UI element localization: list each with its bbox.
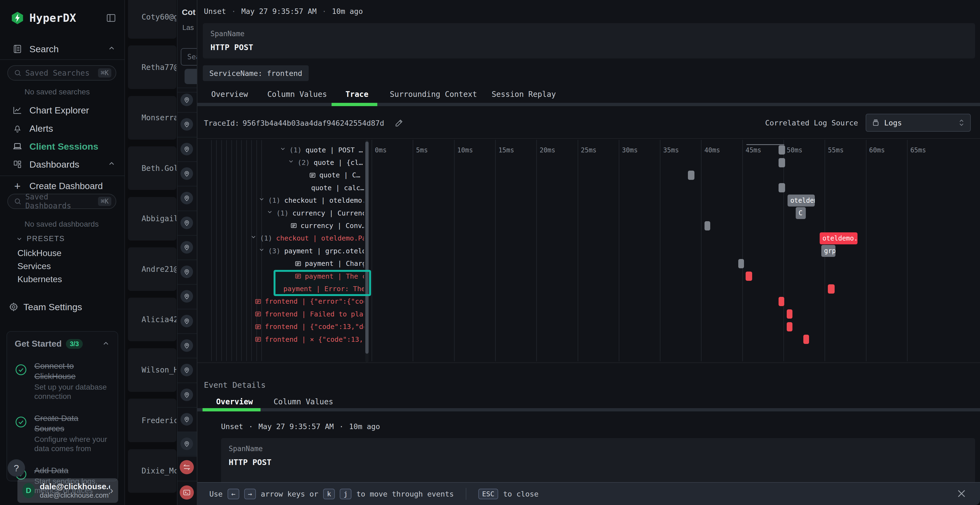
error-terminal-icon[interactable] — [180, 485, 194, 500]
span-duration-chip[interactable]: grp — [821, 245, 835, 257]
sidebar-item-dashboards[interactable]: Dashboards — [0, 156, 125, 173]
session-list-item[interactable]: Wilson_H — [128, 348, 177, 392]
tab-trace[interactable]: Trace — [345, 90, 368, 99]
trace-tree-row[interactable]: payment | Charge … — [203, 257, 364, 270]
presets-toggle[interactable]: PRESETS — [16, 235, 65, 243]
tree-scrollbar[interactable] — [365, 140, 369, 362]
sidebar-collapse-icon[interactable] — [106, 13, 116, 23]
session-list-item[interactable]: Abbigail — [128, 197, 177, 241]
session-list-item[interactable]: Frederic — [128, 399, 177, 442]
location-pin-icon[interactable] — [180, 143, 193, 156]
chevron-down-icon[interactable] — [280, 146, 286, 154]
span-duration-chip[interactable]: oteldemo. — [820, 232, 858, 245]
location-pin-icon[interactable] — [180, 167, 193, 180]
chevron-down-icon[interactable] — [258, 196, 265, 204]
location-pin-icon[interactable] — [180, 265, 193, 278]
tab-column-values[interactable]: Column Values — [267, 90, 327, 99]
arrow-right-key[interactable]: → — [244, 489, 256, 499]
events-search-input[interactable]: Sea — [181, 48, 197, 65]
sidebar-item-alerts[interactable]: Alerts — [0, 120, 125, 137]
esc-key[interactable]: ESC — [478, 489, 498, 499]
sidebar-item-chart-explorer[interactable]: Chart Explorer — [0, 102, 125, 119]
chevron-down-icon[interactable] — [267, 209, 273, 217]
span-duration-bar[interactable] — [688, 171, 694, 180]
tab-surrounding-context[interactable]: Surrounding Context — [390, 90, 477, 99]
k-key[interactable]: k — [323, 489, 335, 499]
trace-tree-row[interactable]: quote | C… — [203, 169, 364, 181]
span-duration-bar[interactable] — [828, 284, 834, 294]
location-pin-icon[interactable] — [180, 364, 193, 376]
get-started-item[interactable]: Connect to ClickHouseSet up your databas… — [15, 361, 110, 401]
span-duration-bar[interactable] — [778, 145, 785, 154]
session-list-item[interactable]: Monserra — [128, 96, 177, 140]
arrow-left-key[interactable]: ← — [228, 489, 239, 499]
tab-column-values[interactable]: Column Values — [274, 397, 333, 406]
trace-tree-row[interactable]: frontend | × {"code":13,"d… — [203, 333, 364, 346]
edit-pencil-icon[interactable] — [395, 118, 404, 128]
tab-overview[interactable]: Overview — [216, 397, 253, 406]
chevron-down-icon[interactable] — [250, 234, 257, 241]
location-pin-icon[interactable] — [180, 217, 193, 229]
span-duration-bar[interactable] — [787, 310, 792, 319]
location-pin-icon[interactable] — [180, 389, 193, 401]
trace-tree-row[interactable]: frontend | Failed to place… — [203, 308, 364, 320]
trace-tree-row[interactable]: frontend | {"code":13,"det… — [203, 321, 364, 333]
location-pin-icon[interactable] — [180, 315, 193, 327]
location-pin-icon[interactable] — [180, 118, 193, 130]
j-key[interactable]: j — [340, 489, 352, 499]
location-pin-icon[interactable] — [180, 438, 193, 450]
tab-session-replay[interactable]: Session Replay — [492, 90, 556, 99]
sidebar-item-search[interactable]: Search — [0, 40, 125, 58]
error-swap-icon[interactable] — [180, 460, 194, 474]
trace-tree-row[interactable]: (2)quote | {cl… — [203, 156, 364, 169]
avatar: D — [22, 483, 35, 498]
trace-tree-row[interactable]: (3)payment | grpc.oteld… — [203, 245, 364, 257]
sidebar-item-team-settings[interactable]: Team Settings — [0, 298, 125, 316]
session-list-item[interactable]: Retha77@ — [128, 45, 177, 89]
trace-tree-row[interactable]: quote | calc… — [203, 181, 364, 194]
session-list-item[interactable]: Beth.Gol — [128, 146, 177, 190]
span-duration-bar[interactable] — [778, 158, 785, 167]
events-filter-button[interactable] — [185, 69, 197, 84]
user-menu[interactable]: D dale@clickhouse.com dale@clickhouse.co… — [18, 478, 118, 503]
session-list-item[interactable]: Dixie_Mc — [128, 449, 177, 493]
trace-tree-row[interactable]: (1)checkout | oteldemo.Pa… — [203, 232, 364, 245]
tab-overview[interactable]: Overview — [211, 90, 248, 99]
saved-dashboards-input[interactable]: Saved Dashboards ⌘K — [7, 194, 116, 209]
location-pin-icon[interactable] — [180, 339, 193, 352]
trace-tree-row[interactable]: currency | Conv… — [203, 219, 364, 232]
span-duration-bar[interactable] — [803, 335, 809, 344]
location-pin-icon[interactable] — [180, 241, 193, 254]
chevron-down-icon[interactable] — [258, 246, 265, 254]
span-duration-bar[interactable] — [738, 259, 744, 268]
span-duration-bar[interactable] — [778, 297, 784, 306]
service-name-chip[interactable]: ServiceName: frontend — [203, 65, 309, 81]
location-pin-icon[interactable] — [180, 413, 193, 426]
get-started-item[interactable]: Create Data SourcesConfigure where your … — [15, 413, 110, 453]
session-list-item[interactable]: Andre21@ — [128, 247, 177, 291]
sidebar-item-client-sessions[interactable]: Client Sessions — [0, 138, 125, 155]
session-list-item[interactable]: Alicia42 — [128, 298, 177, 341]
span-duration-bar[interactable] — [787, 322, 792, 332]
help-button[interactable]: ? — [8, 459, 25, 477]
preset-kubernetes[interactable]: Kubernetes — [18, 274, 62, 284]
log-source-select[interactable]: Logs — [865, 114, 971, 132]
location-pin-icon[interactable] — [180, 94, 193, 106]
location-pin-icon[interactable] — [180, 192, 193, 204]
span-duration-bar[interactable] — [746, 272, 752, 281]
chevron-up-icon[interactable] — [102, 339, 110, 349]
span-duration-bar[interactable] — [705, 221, 710, 230]
chevron-down-icon[interactable] — [288, 158, 294, 166]
session-list-item[interactable]: Coty60@g — [128, 0, 177, 39]
span-duration-bar[interactable] — [778, 183, 785, 192]
close-icon[interactable] — [955, 487, 968, 500]
trace-tree-row[interactable]: (1)checkout | oteldemo.… — [203, 194, 364, 207]
trace-tree-row[interactable]: (1)quote | POST … — [203, 144, 364, 156]
saved-searches-input[interactable]: Saved Searches ⌘K — [7, 65, 116, 81]
span-duration-chip[interactable]: C — [796, 207, 805, 219]
trace-tree-row[interactable]: (1)currency | Currenc… — [203, 207, 364, 219]
preset-clickhouse[interactable]: ClickHouse — [18, 248, 62, 258]
trace-tree-row[interactable]: frontend | {"error":{"code… — [203, 295, 364, 308]
preset-services[interactable]: Services — [18, 261, 51, 271]
span-duration-chip[interactable]: oteldemo. — [788, 195, 815, 206]
